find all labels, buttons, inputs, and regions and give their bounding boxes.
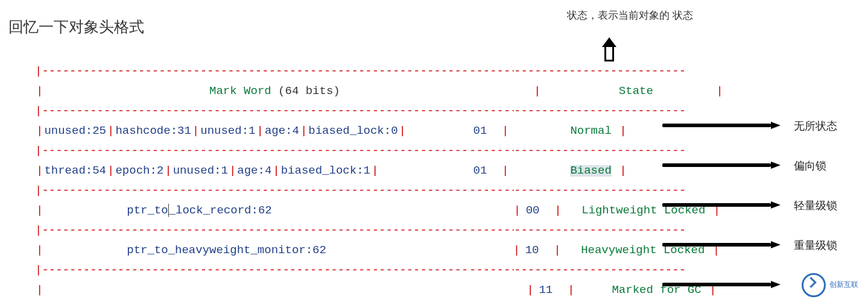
pointer-arrow-icon xyxy=(662,162,781,169)
state-value: Biased xyxy=(570,165,611,177)
separator-row: |---------------------------------------… xyxy=(35,219,682,241)
mark-word-table: |---------------------------------------… xyxy=(35,60,682,302)
separator-row: |---------------------------------------… xyxy=(35,299,682,302)
table-row: | ptr_to_lock_record:62 | 00 | Lightweig… xyxy=(35,201,682,219)
row-label: 偏向锁 xyxy=(794,159,826,173)
pointer-arrow-icon xyxy=(662,122,781,129)
mark-field: ptr_to_heavyweight_monitor:62 xyxy=(127,245,326,256)
bits-value: 01 xyxy=(473,125,487,137)
top-note: 状态，表示当前对象的 状态 xyxy=(567,8,693,22)
watermark-logo-icon xyxy=(802,273,826,297)
separator-row: |---------------------------------------… xyxy=(35,180,682,201)
row-label: 重量级锁 xyxy=(794,238,837,253)
separator-row: |---------------------------------------… xyxy=(35,100,682,122)
separator-row: |---------------------------------------… xyxy=(35,140,682,162)
pointer-arrow-icon xyxy=(662,201,781,209)
pointer-arrow-icon xyxy=(662,281,781,288)
table-row: | thread:54 | epoch:2 | unused:1 | age:4… xyxy=(35,162,682,180)
row-label: 轻量级锁 xyxy=(794,198,837,213)
state-value: Normal xyxy=(570,125,611,137)
watermark: 创新互联 xyxy=(799,272,866,298)
mark-field: ptr_to_lock_record:62 xyxy=(127,205,271,216)
table-row: | unused:25 | hashcode:31 | unused:1 | a… xyxy=(35,122,682,140)
separator-row: |---------------------------------------… xyxy=(35,259,682,281)
table-row: | | 11 | Marked for GC | xyxy=(35,281,682,299)
row-label: 无所状态 xyxy=(794,119,837,133)
header-mark-suffix: (64 bits) xyxy=(271,86,340,97)
separator-row: |---------------------------------------… xyxy=(35,60,682,82)
header-state: State xyxy=(619,86,653,97)
pointer-arrow-icon xyxy=(662,241,781,248)
bits-value: 01 xyxy=(473,165,487,177)
bits-value: 11 xyxy=(539,285,553,296)
up-arrow-icon xyxy=(602,37,616,61)
bits-value: 00 xyxy=(526,205,540,216)
header-row: | Mark Word (64 bits) | State | xyxy=(35,82,682,100)
watermark-text: 创新互联 xyxy=(829,281,858,289)
page-title: 回忆一下对象头格式 xyxy=(8,17,144,37)
bits-value: 10 xyxy=(525,245,539,256)
table-row: | ptr_to_heavyweight_monitor:62 | 10 | H… xyxy=(35,241,682,259)
header-mark: Mark Word xyxy=(209,86,271,97)
